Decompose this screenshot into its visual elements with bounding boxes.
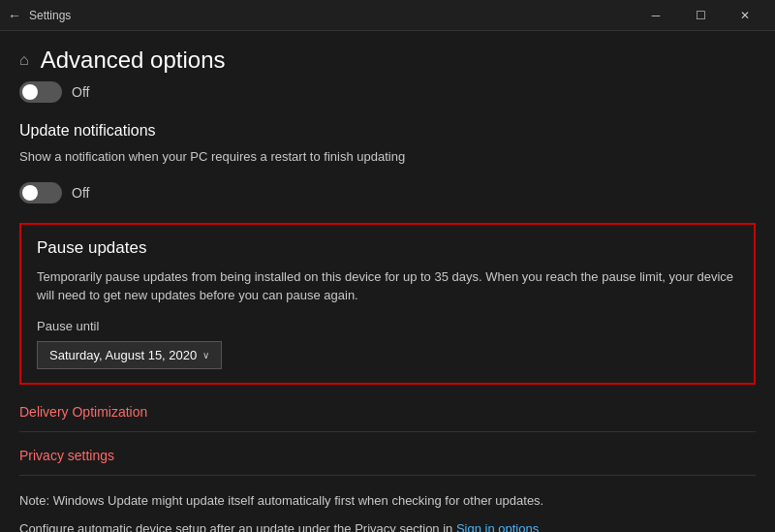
- update-notifications-desc: Show a notification when your PC require…: [19, 147, 756, 167]
- note-1: Note: Windows Update might update itself…: [19, 491, 756, 511]
- pause-until-label: Pause until: [37, 319, 738, 333]
- notification-toggle-track[interactable]: [19, 182, 62, 203]
- divider: [19, 431, 756, 432]
- restore-button[interactable]: ☐: [678, 0, 723, 31]
- title-bar-title: Settings: [29, 9, 71, 22]
- title-bar-left: ← Settings: [8, 8, 71, 23]
- divider-2: [19, 475, 756, 476]
- notification-toggle-thumb: [22, 185, 38, 201]
- notification-toggle-label: Off: [72, 185, 89, 201]
- date-value: Saturday, August 15, 2020: [49, 348, 197, 362]
- sign-in-options-link[interactable]: Sign in options: [456, 521, 539, 532]
- top-toggle[interactable]: [19, 81, 62, 103]
- home-icon: ⌂: [19, 51, 29, 69]
- minimize-button[interactable]: ─: [634, 0, 678, 31]
- page-title: Advanced options: [41, 47, 226, 74]
- chevron-down-icon: ∨: [202, 350, 209, 360]
- pause-updates-desc: Temporarily pause updates from being ins…: [37, 267, 738, 305]
- date-dropdown[interactable]: Saturday, August 15, 2020 ∨: [37, 341, 222, 369]
- main-content: ⌂ Advanced options Off Update notificati…: [0, 31, 775, 532]
- top-toggle-label: Off: [72, 84, 89, 100]
- back-arrow-icon[interactable]: ←: [8, 8, 21, 23]
- pause-updates-box: Pause updates Temporarily pause updates …: [19, 223, 756, 385]
- close-button[interactable]: ✕: [723, 0, 767, 31]
- delivery-optimization-link[interactable]: Delivery Optimization: [19, 404, 756, 420]
- title-bar: ← Settings ─ ☐ ✕: [0, 0, 775, 31]
- note-2-pre: Configure automatic device setup after a…: [19, 521, 456, 532]
- page-header: ⌂ Advanced options: [19, 47, 756, 74]
- update-notifications-title: Update notifications: [19, 122, 756, 140]
- privacy-settings-link[interactable]: Privacy settings: [19, 448, 756, 463]
- top-toggle-track[interactable]: [19, 81, 62, 103]
- top-toggle-thumb: [22, 84, 38, 100]
- top-toggle-container: Off: [19, 81, 756, 103]
- notification-toggle[interactable]: [19, 182, 62, 203]
- update-notifications-section: Update notifications Show a notification…: [19, 122, 756, 203]
- note-2: Configure automatic device setup after a…: [19, 519, 756, 532]
- title-bar-controls: ─ ☐ ✕: [634, 0, 767, 31]
- notification-toggle-container: Off: [19, 182, 756, 203]
- pause-updates-title: Pause updates: [37, 238, 738, 258]
